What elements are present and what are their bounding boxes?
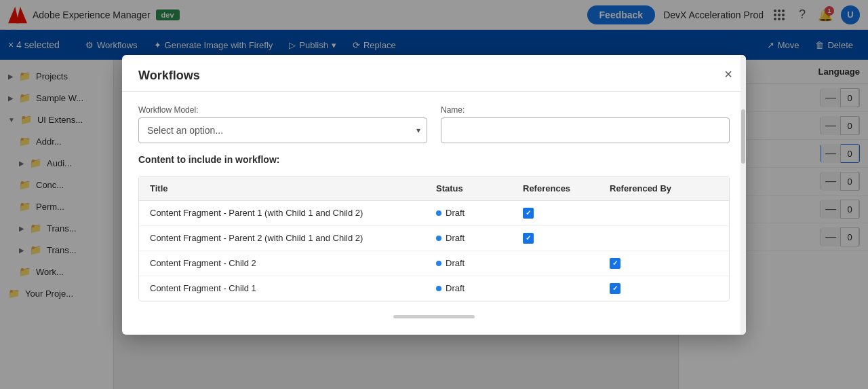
- scroll-indicator-area: [138, 312, 730, 321]
- status-dot-icon: [436, 236, 441, 241]
- row4-referenced-by: [610, 283, 718, 294]
- status-dot-icon: [436, 286, 441, 291]
- modal-header: Workflows ×: [122, 55, 746, 92]
- workflow-model-select-wrapper: Select an option... ▾: [138, 117, 427, 143]
- table-row: Content Fragment - Parent 2 (with Child …: [139, 226, 729, 251]
- col-references: References: [523, 183, 604, 193]
- row1-references: [523, 208, 604, 219]
- checkbox-references[interactable]: [523, 208, 534, 219]
- scroll-indicator: [393, 315, 475, 318]
- checkbox-references[interactable]: [523, 233, 534, 244]
- modal-overlay[interactable]: Workflows × Workflow Model: Select an op…: [0, 0, 868, 389]
- row3-status: Draft: [436, 258, 517, 268]
- content-section-label: Content to include in workflow:: [138, 154, 730, 165]
- modal-close-button[interactable]: ×: [722, 64, 735, 84]
- table-header: Title Status References Referenced By: [139, 177, 729, 201]
- table-row: Content Fragment - Parent 1 (with Child …: [139, 201, 729, 226]
- row3-title: Content Fragment - Child 2: [150, 258, 431, 268]
- name-field-group: Name:: [441, 105, 730, 143]
- row2-title: Content Fragment - Parent 2 (with Child …: [150, 233, 431, 243]
- form-row: Workflow Model: Select an option... ▾ Na…: [138, 105, 730, 143]
- status-dot-icon: [436, 210, 441, 216]
- checkbox-referenced-by[interactable]: [610, 258, 620, 269]
- name-label: Name:: [441, 105, 730, 115]
- modal-body: Workflow Model: Select an option... ▾ Na…: [122, 92, 746, 335]
- table-row: Content Fragment - Child 1 Draft: [139, 276, 729, 301]
- modal-scrollbar-track: [741, 55, 746, 335]
- row3-referenced-by: [610, 258, 718, 269]
- workflow-table: Title Status References Referenced By Co…: [138, 176, 730, 301]
- row1-status: Draft: [436, 208, 517, 218]
- modal-scrollbar-thumb[interactable]: [741, 109, 745, 164]
- status-dot-icon: [436, 261, 441, 266]
- workflow-model-group: Workflow Model: Select an option... ▾: [138, 105, 427, 143]
- name-input[interactable]: [441, 117, 730, 143]
- col-status: Status: [436, 183, 517, 193]
- modal-title: Workflows: [138, 69, 730, 83]
- col-title: Title: [150, 183, 431, 193]
- col-referenced-by: Referenced By: [610, 183, 718, 193]
- row2-status: Draft: [436, 233, 517, 243]
- row1-title: Content Fragment - Parent 1 (with Child …: [150, 208, 431, 218]
- row4-title: Content Fragment - Child 1: [150, 283, 431, 293]
- workflows-modal: Workflows × Workflow Model: Select an op…: [122, 55, 746, 335]
- row2-references: [523, 233, 604, 244]
- workflow-model-select[interactable]: Select an option...: [138, 117, 427, 143]
- checkbox-referenced-by[interactable]: [610, 283, 620, 294]
- table-row: Content Fragment - Child 2 Draft: [139, 251, 729, 276]
- row4-status: Draft: [436, 283, 517, 293]
- workflow-model-label: Workflow Model:: [138, 105, 427, 115]
